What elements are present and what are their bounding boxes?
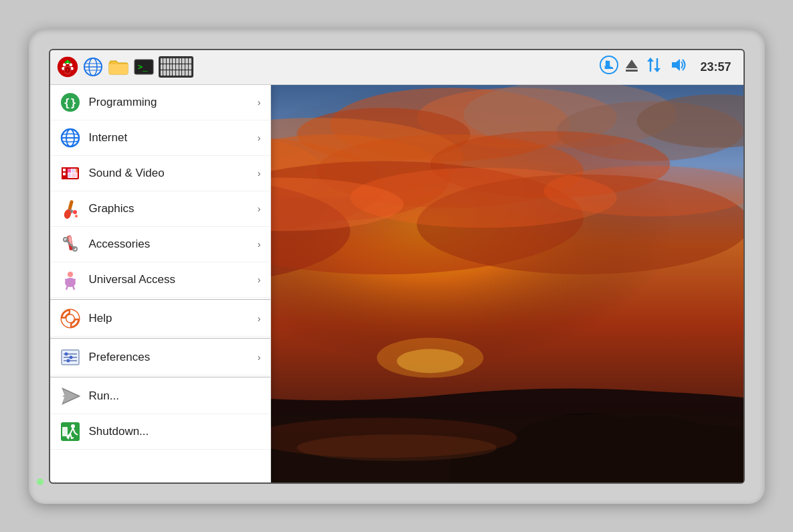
download-icon[interactable]: ⬇ xyxy=(600,56,618,78)
programming-arrow: › xyxy=(258,97,261,108)
svg-rect-81 xyxy=(67,199,73,211)
menu-item-preferences[interactable]: Preferences › xyxy=(50,340,270,375)
clock: 23:57 xyxy=(695,60,736,74)
svg-point-16 xyxy=(66,71,68,73)
menu-item-help[interactable]: Help › xyxy=(50,301,270,337)
svg-line-95 xyxy=(73,286,74,290)
preferences-icon xyxy=(60,347,81,368)
files-icon[interactable] xyxy=(108,56,129,78)
keyboard-icon[interactable] xyxy=(159,56,193,78)
menu-item-universal-access[interactable]: Universal Access › xyxy=(50,262,270,298)
menu-item-programming[interactable]: {} Programming › xyxy=(50,85,270,120)
universal-access-arrow: › xyxy=(258,274,261,285)
graphics-label: Graphics xyxy=(89,202,258,215)
separator-3 xyxy=(50,377,270,377)
accessories-arrow: › xyxy=(258,239,261,250)
svg-rect-78 xyxy=(76,169,78,173)
raspberry-pi-menu-button[interactable] xyxy=(57,56,78,78)
menu-item-sound-video[interactable]: Sound & Video › xyxy=(50,156,270,191)
browser-icon[interactable] xyxy=(82,56,104,78)
universal-access-label: Universal Access xyxy=(89,273,258,286)
separator-1 xyxy=(50,299,270,300)
volume-icon[interactable] xyxy=(669,57,688,77)
svg-point-85 xyxy=(75,215,78,217)
svg-marker-29 xyxy=(626,60,638,68)
svg-point-10 xyxy=(66,60,68,64)
svg-point-108 xyxy=(66,359,70,362)
menu-item-graphics[interactable]: Graphics › xyxy=(50,191,270,227)
svg-point-62 xyxy=(296,434,497,461)
graphics-arrow: › xyxy=(258,203,261,214)
device-frame: >_ xyxy=(29,29,765,504)
svg-point-107 xyxy=(69,355,72,359)
svg-rect-30 xyxy=(626,70,638,72)
svg-point-3 xyxy=(69,63,72,66)
svg-point-113 xyxy=(71,424,75,428)
terminal-icon[interactable]: >_ xyxy=(133,56,155,78)
separator-2 xyxy=(50,338,270,339)
svg-rect-114 xyxy=(62,427,68,436)
preferences-arrow: › xyxy=(258,352,261,363)
svg-marker-35 xyxy=(672,59,680,71)
svg-rect-77 xyxy=(72,169,75,173)
sound-video-label: Sound & Video xyxy=(89,167,258,180)
svg-point-91 xyxy=(68,272,73,277)
internet-label: Internet xyxy=(89,131,258,145)
svg-rect-76 xyxy=(68,169,71,173)
svg-rect-73 xyxy=(63,173,66,175)
accessories-icon xyxy=(60,234,81,255)
eject-icon[interactable] xyxy=(625,58,638,77)
run-icon xyxy=(60,385,81,407)
programming-label: Programming xyxy=(89,96,258,109)
svg-text:>_: >_ xyxy=(138,62,148,72)
wallpaper-area: {} Programming › xyxy=(50,85,743,482)
help-icon xyxy=(60,308,81,329)
svg-marker-34 xyxy=(654,68,660,72)
taskbar-right: ⬇ xyxy=(600,56,736,78)
svg-point-2 xyxy=(62,63,66,66)
svg-point-84 xyxy=(73,210,77,214)
internet-arrow: › xyxy=(258,132,261,143)
shutdown-label: Shutdown... xyxy=(89,425,261,438)
preferences-label: Preferences xyxy=(89,351,258,364)
led-indicator xyxy=(37,478,43,485)
internet-icon xyxy=(60,127,81,149)
menu-item-internet[interactable]: Internet › xyxy=(50,120,270,156)
run-label: Run... xyxy=(89,389,261,403)
svg-rect-72 xyxy=(63,169,66,171)
screen: >_ xyxy=(49,49,745,484)
svg-text:{}: {} xyxy=(64,96,76,109)
programming-icon: {} xyxy=(60,92,81,113)
menu-item-run[interactable]: Run... xyxy=(50,379,270,414)
accessories-label: Accessories xyxy=(89,238,258,251)
taskbar: >_ xyxy=(50,50,743,85)
svg-rect-80 xyxy=(72,173,78,177)
menu-item-shutdown[interactable]: Shutdown... xyxy=(50,414,270,450)
universal-access-icon xyxy=(60,269,81,290)
taskbar-left: >_ xyxy=(57,56,193,78)
svg-text:⬇: ⬇ xyxy=(602,60,611,71)
sound-video-icon xyxy=(60,163,81,184)
shutdown-icon xyxy=(60,421,81,442)
svg-line-94 xyxy=(66,286,68,290)
menu-panel: {} Programming › xyxy=(50,85,271,482)
help-label: Help xyxy=(89,312,258,325)
network-icon[interactable] xyxy=(645,56,663,78)
svg-point-64 xyxy=(397,349,464,373)
svg-rect-79 xyxy=(68,173,71,177)
svg-point-106 xyxy=(64,352,68,355)
svg-marker-32 xyxy=(647,58,654,62)
help-arrow: › xyxy=(258,313,261,324)
sound-video-arrow: › xyxy=(258,168,261,179)
menu-item-accessories[interactable]: Accessories › xyxy=(50,227,270,262)
graphics-icon xyxy=(60,198,81,219)
svg-point-97 xyxy=(66,314,75,323)
svg-point-13 xyxy=(66,67,68,69)
